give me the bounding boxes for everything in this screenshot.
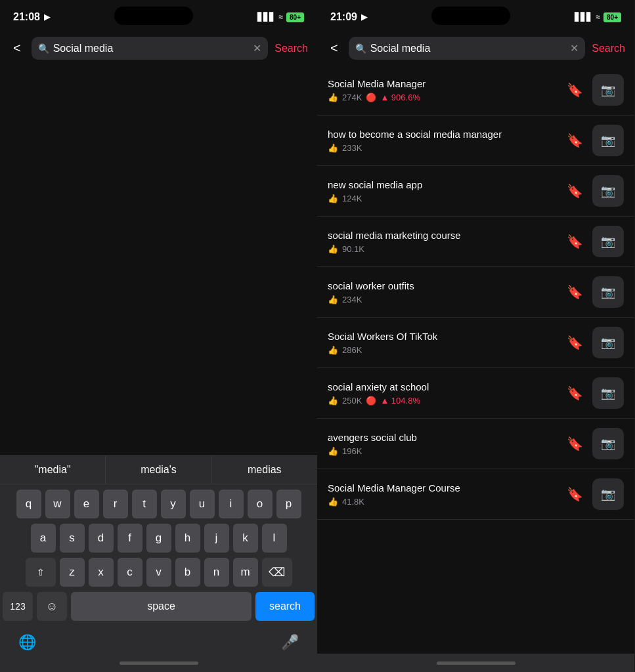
search-label-right[interactable]: Search [592, 43, 625, 54]
result-item: Social Workers Of TikTok 👍 286K 🔖 📷 [317, 318, 634, 368]
video-button-0[interactable]: 📷 [592, 74, 624, 106]
key-search[interactable]: search [255, 592, 315, 621]
key-emoji[interactable]: ☺ [37, 592, 67, 621]
result-meta-2: 👍 124K [328, 194, 558, 203]
mic-icon[interactable]: 🎤 [281, 634, 299, 651]
key-q[interactable]: q [16, 490, 41, 518]
key-i[interactable]: i [219, 490, 244, 518]
home-indicator-left [0, 654, 317, 672]
video-button-8[interactable]: 📷 [592, 478, 624, 510]
video-button-6[interactable]: 📷 [592, 377, 624, 409]
result-views-8: 41.8K [342, 497, 364, 507]
clear-button-left[interactable]: ✕ [253, 42, 261, 54]
result-title-4: social worker outfits [328, 280, 558, 293]
bookmark-button-5[interactable]: 🔖 [564, 332, 586, 353]
result-meta-4: 👍 234K [328, 295, 558, 304]
search-icon-left: 🔍 [38, 43, 49, 54]
search-label-left[interactable]: Search [274, 43, 308, 54]
bookmark-button-1[interactable]: 🔖 [564, 130, 586, 151]
key-shift[interactable]: ⇧ [26, 558, 56, 587]
battery-left: 80+ [286, 12, 304, 22]
key-d[interactable]: d [89, 524, 114, 553]
result-title-8: Social Media Manager Course [328, 482, 558, 495]
autocomplete-medias[interactable]: media's [106, 456, 211, 484]
bookmark-button-0[interactable]: 🔖 [564, 79, 586, 100]
result-item: Social Media Manager 👍 274K 🔴▲ 906.6% 🔖 … [317, 65, 634, 116]
key-row-1: q w e r t y u i o p [3, 490, 315, 518]
search-bar-left: < 🔍 Social media ✕ Search [0, 32, 317, 65]
search-value-right: Social media [370, 43, 567, 54]
search-bar-right: < 🔍 Social media ✕ Search [317, 32, 634, 65]
trend-icon: 🔴 [366, 396, 376, 406]
bookmark-button-7[interactable]: 🔖 [564, 433, 586, 454]
key-v[interactable]: v [146, 558, 171, 587]
autocomplete-medias2[interactable]: medias [212, 456, 317, 484]
result-item: social anxiety at school 👍 250K 🔴▲ 104.8… [317, 368, 634, 419]
back-button-right[interactable]: < [326, 39, 342, 57]
video-button-3[interactable]: 📷 [592, 226, 624, 257]
key-row-4: 123 ☺ space search [3, 592, 315, 621]
video-icon-8: 📷 [601, 487, 615, 501]
video-icon-6: 📷 [601, 386, 615, 400]
video-button-4[interactable]: 📷 [592, 276, 624, 308]
key-n[interactable]: n [204, 558, 229, 587]
home-indicator-right [317, 654, 634, 672]
key-m[interactable]: m [233, 558, 258, 587]
key-numbers[interactable]: 123 [3, 592, 33, 621]
key-delete[interactable]: ⌫ [262, 558, 292, 587]
key-f[interactable]: f [118, 524, 142, 553]
key-l[interactable]: l [262, 524, 287, 553]
video-button-1[interactable]: 📷 [592, 125, 624, 156]
video-button-7[interactable]: 📷 [592, 428, 624, 459]
bookmark-button-4[interactable]: 🔖 [564, 282, 586, 303]
key-w[interactable]: w [45, 490, 70, 518]
key-r[interactable]: r [103, 490, 128, 518]
result-views-0: 274K [342, 93, 362, 102]
result-text-5: Social Workers Of TikTok 👍 286K [328, 330, 558, 355]
key-e[interactable]: e [74, 490, 99, 518]
key-u[interactable]: u [190, 490, 215, 518]
search-field-right[interactable]: 🔍 Social media ✕ [349, 37, 586, 60]
status-right-left: ▋▋▋ ≈ 80+ [257, 12, 304, 22]
key-b[interactable]: b [175, 558, 200, 587]
result-title-1: how to become a social media manager [328, 128, 558, 141]
search-field-left[interactable]: 🔍 Social media ✕ [32, 37, 269, 60]
result-text-4: social worker outfits 👍 234K [328, 280, 558, 304]
key-s[interactable]: s [60, 524, 85, 553]
key-z[interactable]: z [60, 558, 85, 587]
key-c[interactable]: c [118, 558, 142, 587]
clear-button-right[interactable]: ✕ [570, 42, 579, 54]
result-item: avengers social club 👍 196K 🔖 📷 [317, 419, 634, 469]
result-item: social worker outfits 👍 234K 🔖 📷 [317, 267, 634, 318]
signal-icon-left: ▋▋▋ [257, 12, 275, 22]
results-list: Social Media Manager 👍 274K 🔴▲ 906.6% 🔖 … [317, 65, 634, 654]
bookmark-button-3[interactable]: 🔖 [564, 231, 586, 252]
result-views-4: 234K [342, 295, 362, 304]
key-x[interactable]: x [89, 558, 114, 587]
key-k[interactable]: k [233, 524, 258, 553]
key-space[interactable]: space [71, 592, 252, 621]
key-a[interactable]: a [31, 524, 56, 553]
key-y[interactable]: y [161, 490, 186, 518]
bookmark-button-8[interactable]: 🔖 [564, 484, 586, 505]
thumb-icon-2: 👍 [328, 194, 338, 203]
result-title-5: Social Workers Of TikTok [328, 330, 558, 343]
result-meta-6: 👍 250K 🔴▲ 104.8% [328, 396, 558, 406]
result-text-6: social anxiety at school 👍 250K 🔴▲ 104.8… [328, 381, 558, 406]
key-p[interactable]: p [276, 490, 301, 518]
status-right-right: ▋▋▋ ≈ 80+ [575, 12, 621, 22]
key-j[interactable]: j [204, 524, 229, 553]
globe-icon[interactable]: 🌐 [18, 634, 36, 651]
key-h[interactable]: h [175, 524, 200, 553]
bookmark-button-6[interactable]: 🔖 [564, 383, 586, 404]
back-button-left[interactable]: < [9, 39, 25, 57]
bookmark-button-2[interactable]: 🔖 [564, 180, 586, 201]
key-g[interactable]: g [146, 524, 171, 553]
right-phone: 21:09 ▶ ▋▋▋ ≈ 80+ < 🔍 Social media ✕ Sea… [317, 0, 634, 672]
video-button-2[interactable]: 📷 [592, 175, 624, 207]
video-button-5[interactable]: 📷 [592, 327, 624, 358]
thumb-icon-8: 👍 [328, 497, 338, 507]
autocomplete-media[interactable]: "media" [0, 456, 106, 484]
key-t[interactable]: t [132, 490, 157, 518]
key-o[interactable]: o [248, 490, 273, 518]
